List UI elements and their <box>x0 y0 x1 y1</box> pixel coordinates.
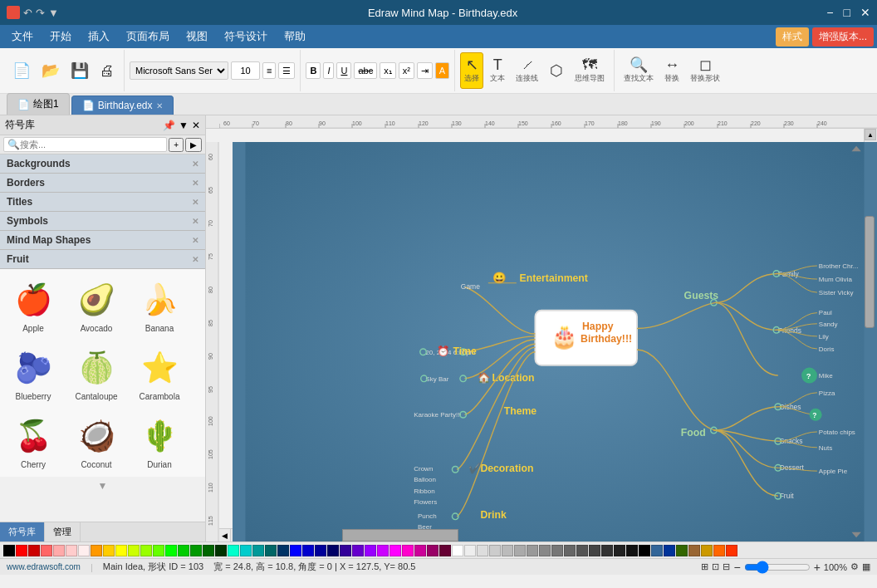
hscroll-track[interactable] <box>284 529 865 541</box>
settings-icon[interactable]: ⚙ <box>850 561 859 572</box>
tab-close-birthday[interactable]: ✕ <box>156 101 163 110</box>
quick-menu[interactable]: ▼ <box>48 7 59 19</box>
color-swatch-30[interactable] <box>390 545 401 556</box>
shape-durian[interactable]: 🌵 Durian <box>130 409 189 473</box>
strikethrough-button[interactable]: abc <box>354 62 377 79</box>
color-swatch-45[interactable] <box>576 545 588 556</box>
color-swatch-27[interactable] <box>352 545 364 556</box>
color-swatch-13[interactable] <box>178 545 189 556</box>
zoom-out-btn[interactable]: − <box>733 561 740 574</box>
category-borders[interactable]: Borders ✕ <box>0 174 205 193</box>
color-swatch-12[interactable] <box>165 545 177 556</box>
color-swatch-51[interactable] <box>651 545 663 556</box>
panel-close[interactable]: ✕ <box>192 120 200 131</box>
scroll-down-icon[interactable]: ▼ <box>0 477 205 495</box>
color-swatch-43[interactable] <box>551 545 563 556</box>
color-btn[interactable]: A <box>435 62 449 79</box>
menu-symbol[interactable]: 符号设计 <box>216 26 276 47</box>
save-button[interactable]: 💾 <box>66 52 93 89</box>
font-list-btn[interactable]: ☰ <box>278 62 295 79</box>
tab-drawing1[interactable]: 📄 绘图1 <box>7 93 70 115</box>
panel-menu[interactable]: ▼ <box>179 120 189 131</box>
shapes-tool[interactable]: ⬡ <box>545 52 568 89</box>
mindmap-tool[interactable]: 🗺 思维导图 <box>571 52 609 89</box>
zoom-in-btn[interactable]: + <box>814 561 821 574</box>
color-swatch-24[interactable] <box>315 545 326 556</box>
menu-layout[interactable]: 页面布局 <box>118 26 178 47</box>
color-swatch-26[interactable] <box>340 545 351 556</box>
color-swatch-49[interactable] <box>626 545 638 556</box>
color-swatch-42[interactable] <box>539 545 551 556</box>
color-swatch-5[interactable] <box>78 545 90 556</box>
find-text-btn[interactable]: 🔍 查找文本 <box>620 52 658 89</box>
library-menu-btn[interactable]: ▶ <box>185 138 202 152</box>
color-swatch-57[interactable] <box>726 545 737 556</box>
color-swatch-17[interactable] <box>228 545 239 556</box>
color-swatch-54[interactable] <box>688 545 700 556</box>
add-library-btn[interactable]: + <box>169 138 184 152</box>
category-fruit-close[interactable]: ✕ <box>192 255 198 264</box>
fit-icon[interactable]: ⊡ <box>712 561 719 572</box>
color-swatch-7[interactable] <box>103 545 115 556</box>
close-button[interactable]: ✕ <box>860 6 870 19</box>
color-swatch-16[interactable] <box>215 545 227 556</box>
color-swatch-11[interactable] <box>153 545 164 556</box>
underline-button[interactable]: U <box>336 62 351 79</box>
color-swatch-50[interactable] <box>639 545 650 556</box>
maximize-button[interactable]: □ <box>844 6 850 19</box>
color-swatch-38[interactable] <box>489 545 501 556</box>
page-fit-icon[interactable]: ⊟ <box>723 561 730 572</box>
color-swatch-29[interactable] <box>377 545 389 556</box>
color-swatch-35[interactable] <box>452 545 463 556</box>
color-swatch-0[interactable] <box>16 545 27 556</box>
minimize-button[interactable]: − <box>826 6 833 19</box>
replace-shape-btn[interactable]: ◻ 替换形状 <box>686 52 724 89</box>
color-swatch-14[interactable] <box>190 545 202 556</box>
color-swatch-6[interactable] <box>91 545 102 556</box>
category-borders-close[interactable]: ✕ <box>192 179 198 188</box>
italic-button[interactable]: I <box>323 62 334 79</box>
category-mindmapshapes-close[interactable]: ✕ <box>192 236 198 245</box>
color-swatch-39[interactable] <box>502 545 513 556</box>
category-symbols[interactable]: Symbols ✕ <box>0 212 205 231</box>
menu-view[interactable]: 视图 <box>178 26 216 47</box>
color-swatch-46[interactable] <box>589 545 600 556</box>
color-swatch-48[interactable] <box>614 545 625 556</box>
connect-tool[interactable]: ⟋ 连接线 <box>512 52 542 89</box>
scroll-thumb[interactable] <box>865 216 875 329</box>
shape-apple[interactable]: 🍎 Apple <box>3 272 63 337</box>
text-tool[interactable]: T 文本 <box>486 52 509 89</box>
style-button[interactable]: 样式 <box>776 27 809 47</box>
enhance-button[interactable]: 增强版本... <box>812 27 874 47</box>
panel-tab-manage[interactable]: 管理 <box>45 522 81 541</box>
open-button[interactable]: 📂 <box>37 52 64 89</box>
color-swatch-1[interactable] <box>28 545 40 556</box>
color-swatch-33[interactable] <box>427 545 438 556</box>
color-swatch-36[interactable] <box>464 545 476 556</box>
color-swatch-2[interactable] <box>41 545 52 556</box>
menu-insert[interactable]: 插入 <box>80 26 118 47</box>
quick-redo[interactable]: ↷ <box>36 7 45 19</box>
right-scrollbar[interactable]: ▲ ▼ <box>864 129 877 528</box>
category-titles-close[interactable]: ✕ <box>192 198 198 207</box>
shape-cantaloupe[interactable]: 🍈 Cantaloupe <box>66 341 126 405</box>
menu-help[interactable]: 帮助 <box>276 26 314 47</box>
layout-icon[interactable]: ▦ <box>862 561 870 572</box>
color-swatch-21[interactable] <box>277 545 289 556</box>
shape-coconut[interactable]: 🥥 Coconut <box>66 409 126 473</box>
menu-home[interactable]: 开始 <box>42 26 80 47</box>
scroll-up-btn[interactable]: ▲ <box>865 129 876 140</box>
color-swatch-25[interactable] <box>327 545 339 556</box>
color-swatch-47[interactable] <box>601 545 613 556</box>
color-swatch-23[interactable] <box>302 545 314 556</box>
page-nav-prev[interactable]: ◀ <box>219 529 231 541</box>
shape-banana[interactable]: 🍌 Banana <box>130 272 189 337</box>
select-tool[interactable]: ↖ 选择 <box>460 52 483 89</box>
color-swatch-53[interactable] <box>676 545 688 556</box>
color-swatch-55[interactable] <box>701 545 713 556</box>
shape-avocado[interactable]: 🥑 Avocado <box>66 272 126 337</box>
panel-pin[interactable]: 📌 <box>163 120 175 131</box>
panel-tab-symbols[interactable]: 符号库 <box>0 522 45 541</box>
category-backgrounds[interactable]: Backgrounds ✕ <box>0 154 205 174</box>
color-swatch-22[interactable] <box>290 545 301 556</box>
